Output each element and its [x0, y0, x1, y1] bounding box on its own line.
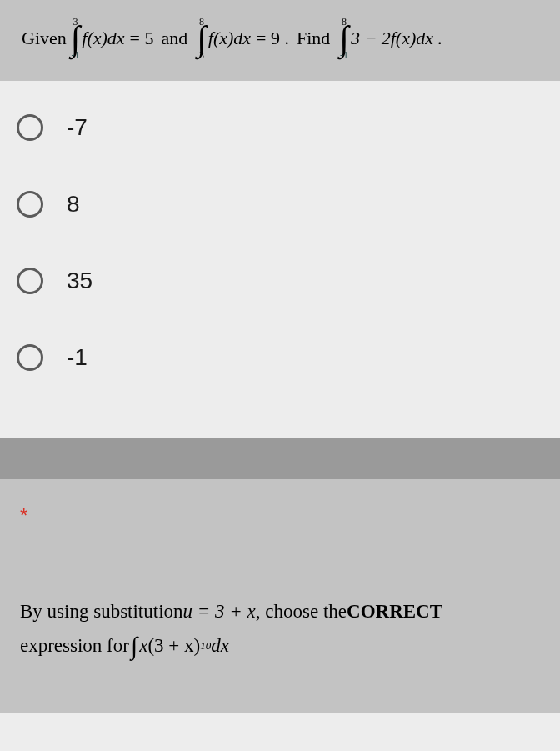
q2-integrand-paren: (3 + x)	[148, 628, 200, 663]
option-label: 35	[67, 268, 92, 294]
option-d[interactable]: -1	[17, 344, 543, 371]
question-2-block: * By using substitution u = 3 + x , choo…	[0, 479, 560, 713]
option-a[interactable]: -7	[17, 114, 543, 141]
integral-3: 8 ∫ -1 3 − 2f(x)dx .	[338, 17, 442, 60]
section-divider	[0, 438, 560, 479]
int3-lower: -1	[340, 50, 348, 60]
question-1-text: Given 3 ∫ -1 f(x)dx = 5 and 8 ∫ 3 f(x)dx…	[0, 17, 560, 60]
q2-line1-part2: , choose the	[256, 594, 347, 628]
int2-integrand: f(x)dx	[208, 28, 251, 49]
int3-integrand: 3 − 2f(x)dx .	[351, 28, 442, 49]
q2-line2-part1: expression for	[20, 628, 129, 663]
and-word: and	[162, 28, 188, 49]
q2-integrand-x: x	[139, 628, 148, 663]
int1-equals: = 5	[130, 28, 154, 49]
option-label: 8	[67, 191, 80, 218]
int2-lower: 3	[199, 50, 204, 60]
q2-correct-word: CORRECT	[347, 594, 442, 628]
integral-1: 3 ∫ -1 f(x)dx = 5	[69, 17, 154, 60]
radio-button[interactable]	[17, 268, 43, 294]
option-b[interactable]: 8	[17, 191, 543, 218]
int1-integrand: f(x)dx	[82, 28, 124, 49]
int1-lower: -1	[72, 50, 80, 60]
option-label: -1	[67, 344, 88, 371]
q2-substitution: u = 3 + x	[183, 594, 256, 628]
option-label: -7	[67, 114, 88, 141]
q2-exponent: 10	[200, 636, 211, 655]
q2-dx: dx	[211, 628, 229, 663]
question-2-text: By using substitution u = 3 + x , choose…	[20, 594, 540, 663]
integral-symbol-icon: ∫	[131, 636, 138, 656]
q2-line1-part1: By using substitution	[20, 594, 183, 628]
int2-equals: = 9 .	[256, 28, 289, 49]
find-word: Find	[297, 28, 330, 49]
option-c[interactable]: 35	[17, 268, 543, 294]
radio-button[interactable]	[17, 114, 43, 141]
question-1-prompt: Given 3 ∫ -1 f(x)dx = 5 and 8 ∫ 3 f(x)dx…	[0, 0, 560, 81]
options-area: -7 8 35 -1	[0, 81, 560, 438]
required-indicator: *	[20, 504, 540, 528]
integral-2: 8 ∫ 3 f(x)dx = 9 .	[195, 17, 289, 60]
given-word: Given	[22, 28, 67, 49]
radio-button[interactable]	[17, 344, 43, 371]
radio-button[interactable]	[17, 191, 43, 218]
